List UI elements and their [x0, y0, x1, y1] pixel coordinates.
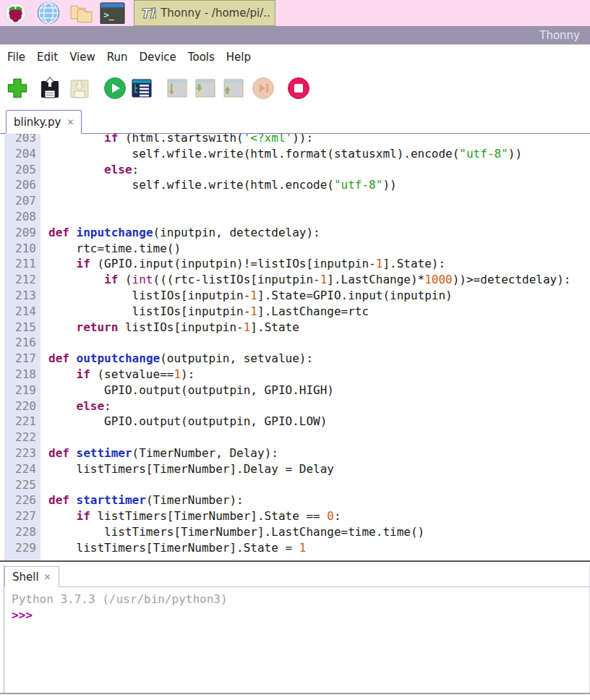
line-number: 214 — [4, 304, 36, 320]
shell-prompt: >>> — [12, 607, 589, 623]
web-browser-icon[interactable] — [37, 1, 60, 25]
open-file-button[interactable] — [38, 77, 61, 101]
line-number: 223 — [4, 445, 36, 461]
code-line[interactable]: else: — [48, 398, 570, 414]
window-bottom-border — [0, 693, 590, 694]
window-titlebar: Thonny — [0, 26, 590, 45]
tab-close-icon[interactable]: ✕ — [67, 118, 74, 127]
code-line[interactable]: else: — [48, 162, 570, 178]
code-line[interactable]: GPIO.output(outputpin, GPIO.HIGH) — [48, 383, 570, 398]
floppy-open-icon — [38, 77, 61, 100]
step-out-icon — [222, 77, 245, 100]
code-line[interactable]: listIOs[inputpin-1].LastChange=rtc — [48, 304, 570, 320]
code-line[interactable]: if (GPIO.input(inputpin)!=listIOs[inputp… — [48, 256, 570, 272]
taskbar: >_ Th Thonny - /home/pi/... — [0, 0, 590, 26]
menu-help[interactable]: Help — [221, 48, 257, 67]
code-line[interactable]: if listTimers[TimerNumber].State == 0: — [48, 508, 570, 524]
file-manager-icon[interactable] — [69, 2, 94, 25]
code-line[interactable] — [48, 193, 570, 209]
line-number: 226 — [4, 492, 36, 508]
new-file-button[interactable] — [5, 77, 29, 101]
code-line[interactable]: GPIO.output(outputpin, GPIO.LOW) — [48, 414, 570, 430]
desktop: >_ Th Thonny - /home/pi/... Thonny File … — [0, 0, 590, 700]
code-line[interactable]: listIOs[inputpin-1].State=GPIO.input(inp… — [48, 288, 570, 304]
menu-edit[interactable]: Edit — [31, 48, 64, 67]
shell-panel: Shell ✕ Python 3.7.3 (/usr/bin/python3) … — [4, 565, 590, 693]
code-line[interactable]: return listIOs[inputpin-1].State — [48, 320, 570, 336]
line-number: 204 — [4, 146, 36, 162]
menu-view[interactable]: View — [64, 48, 101, 67]
code-line[interactable]: self.wfile.write(html.format(statusxml).… — [48, 146, 570, 162]
thonny-logo-icon: Th — [140, 4, 156, 22]
svg-text:Th: Th — [140, 6, 156, 21]
resume-button[interactable] — [251, 77, 275, 101]
step-out-button[interactable] — [221, 77, 245, 101]
svg-text:>_: >_ — [103, 9, 114, 20]
code-line[interactable] — [48, 430, 570, 445]
line-number: 229 — [4, 540, 36, 556]
debug-script-button[interactable] — [129, 77, 153, 101]
line-number: 220 — [4, 398, 36, 414]
code-line[interactable]: listTimers[TimerNumber].State = 1 — [48, 540, 570, 556]
debug-icon — [130, 77, 153, 100]
menu-file[interactable]: File — [1, 48, 31, 67]
code-line[interactable]: rtc=time.time() — [48, 241, 570, 257]
code-editor[interactable]: 2032042052062072082092102112122132142152… — [0, 134, 590, 560]
code-line[interactable] — [48, 477, 570, 493]
line-number: 221 — [4, 414, 36, 430]
line-number: 207 — [4, 193, 36, 209]
raspberry-menu-icon[interactable] — [4, 2, 27, 25]
editor-tabbar: blinky.py ✕ — [0, 107, 590, 134]
line-number: 216 — [4, 335, 36, 351]
line-number: 219 — [4, 383, 36, 398]
line-numbers: 2032042052062072082092102112122132142152… — [4, 134, 40, 560]
code-line[interactable]: if (int(((rtc-listIOs[inputpin-1].LastCh… — [48, 272, 570, 288]
shell-tabbar: Shell ✕ — [4, 565, 589, 587]
step-over-icon — [166, 77, 189, 100]
code-line[interactable] — [48, 335, 570, 351]
stop-restart-button[interactable] — [286, 77, 310, 101]
code-line[interactable]: def outputchange(outputpin, setvalue): — [48, 351, 570, 367]
line-number: 209 — [4, 225, 36, 241]
menu-device[interactable]: Device — [134, 48, 182, 67]
code-line[interactable]: if (setvalue==1): — [48, 367, 570, 383]
code-line[interactable]: listTimers[TimerNumber].Delay = Delay — [48, 461, 570, 477]
stop-icon — [287, 77, 310, 100]
tab-blinky-py[interactable]: blinky.py ✕ — [6, 110, 82, 134]
window-title: Thonny — [539, 29, 580, 42]
tab-label: blinky.py — [14, 116, 61, 129]
step-into-button[interactable] — [193, 77, 217, 101]
shell-tab-close-icon[interactable]: ✕ — [44, 573, 51, 581]
code-line[interactable]: listTimers[TimerNumber].LastChange=time.… — [48, 524, 570, 540]
code-line[interactable] — [48, 209, 570, 225]
save-file-button[interactable] — [67, 77, 91, 101]
line-number: 222 — [4, 430, 36, 445]
line-number: 212 — [4, 272, 36, 288]
code-line[interactable]: def settimer(TimerNumber, Delay): — [48, 445, 570, 461]
line-number: 210 — [4, 241, 36, 257]
resume-icon — [252, 77, 275, 100]
tab-shell[interactable]: Shell ✕ — [4, 566, 59, 587]
code-line[interactable]: def inputchange(inputpin, detectdelay): — [48, 225, 570, 241]
step-into-icon — [194, 77, 217, 100]
menu-tools[interactable]: Tools — [182, 48, 221, 67]
shell-welcome-text: Python 3.7.3 (/usr/bin/python3) — [12, 592, 589, 607]
taskbar-thonny-button[interactable]: Th Thonny - /home/pi/... — [134, 0, 275, 26]
menubar: File Edit View Run Device Tools Help — [0, 45, 590, 69]
plus-icon — [6, 77, 29, 100]
code-line[interactable]: if (html.startswith('<?xml')): — [48, 134, 570, 146]
shell-output[interactable]: Python 3.7.3 (/usr/bin/python3) >>> — [4, 587, 589, 693]
play-icon — [103, 77, 127, 100]
terminal-icon[interactable]: >_ — [100, 2, 125, 25]
line-number: 206 — [4, 177, 36, 193]
line-number: 215 — [4, 320, 36, 336]
code-lines: if (html.startswith('<?xml')): self.wfil… — [40, 134, 570, 560]
run-script-button[interactable] — [103, 77, 127, 101]
menu-run[interactable]: Run — [101, 48, 134, 67]
step-over-button[interactable] — [165, 77, 189, 101]
line-number: 224 — [4, 461, 36, 477]
line-number: 211 — [4, 256, 36, 272]
code-line[interactable]: def starttimer(TimerNumber): — [48, 492, 570, 508]
code-line[interactable]: self.wfile.write(html.encode("utf-8")) — [48, 177, 570, 193]
line-number: 213 — [4, 288, 36, 304]
